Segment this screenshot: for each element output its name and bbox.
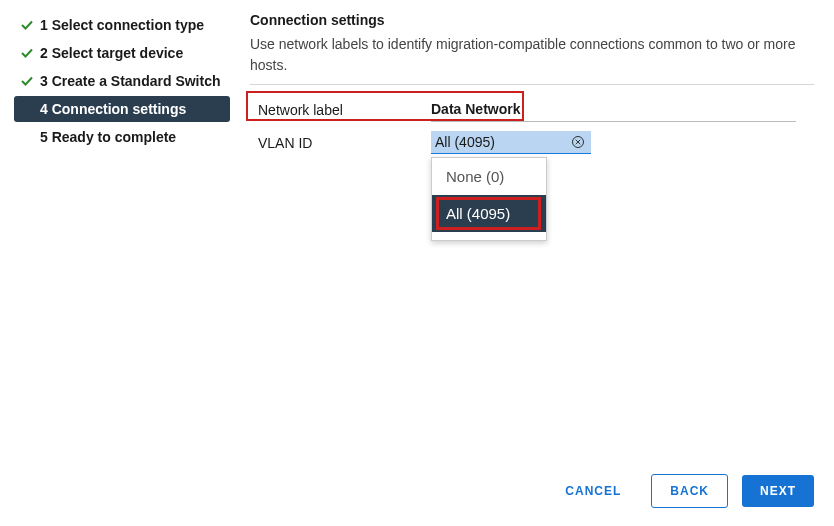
wizard-step-label: 4 Connection settings [40,101,186,117]
wizard-step-label: 2 Select target device [40,45,183,61]
wizard-step-1[interactable]: 1 Select connection type [14,12,230,38]
network-label-input[interactable] [431,97,796,122]
wizard-steps: 1 Select connection type 2 Select target… [14,12,230,163]
network-label-label: Network label [250,102,431,118]
check-icon [20,18,34,32]
vlan-option-all[interactable]: All (4095) [432,195,546,232]
back-button[interactable]: BACK [651,474,728,508]
vlan-id-label: VLAN ID [250,135,431,151]
wizard-step-5[interactable]: 5 Ready to complete [14,124,230,150]
check-icon [20,46,34,60]
wizard-step-4[interactable]: 4 Connection settings [14,96,230,122]
vlan-id-row: VLAN ID All (4095) None (0) All (4095) [250,131,814,154]
cancel-button[interactable]: CANCEL [549,475,637,507]
footer-buttons: CANCEL BACK NEXT [549,474,814,508]
wizard-step-label: 5 Ready to complete [40,129,176,145]
content-area: Connection settings Use network labels t… [230,12,814,163]
vlan-dropdown-list: None (0) All (4095) [431,157,547,241]
page-title: Connection settings [250,12,814,28]
wizard-step-label: 3 Create a Standard Switch [40,73,221,89]
vlan-option-none[interactable]: None (0) [432,158,546,195]
network-label-row: Network label [250,97,814,122]
vlan-id-dropdown[interactable]: All (4095) None (0) All (4095) [431,131,591,154]
clear-icon[interactable] [571,135,587,151]
page-description: Use network labels to identify migration… [250,34,814,76]
next-button[interactable]: NEXT [742,475,814,507]
vlan-id-value[interactable]: All (4095) [431,131,591,154]
wizard-step-label: 1 Select connection type [40,17,204,33]
wizard-step-3[interactable]: 3 Create a Standard Switch [14,68,230,94]
divider [250,84,814,85]
wizard-step-2[interactable]: 2 Select target device [14,40,230,66]
check-icon [20,74,34,88]
vlan-option-label: All (4095) [446,205,510,222]
